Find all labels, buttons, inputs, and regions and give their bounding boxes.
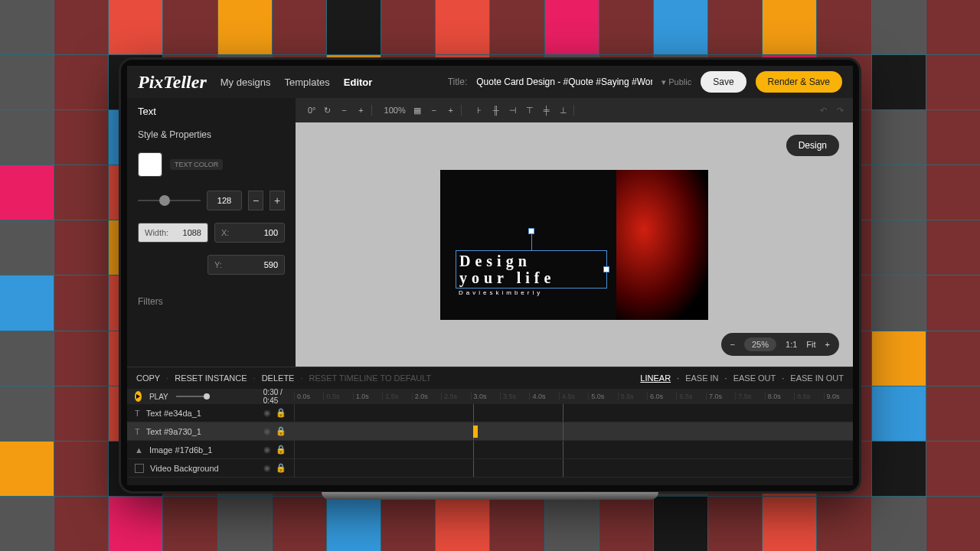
timeline-tick: 1.0s: [353, 393, 382, 400]
width-value: 1088: [183, 228, 201, 237]
align-right-icon[interactable]: ⊣: [508, 105, 518, 116]
ease-out[interactable]: EASE OUT: [733, 373, 776, 383]
zoom-in-icon[interactable]: +: [825, 340, 830, 349]
track-lane[interactable]: [294, 404, 853, 422]
zoom-fit-11[interactable]: 1:1: [786, 340, 797, 349]
align-center-icon[interactable]: ╫: [491, 105, 501, 116]
design-text-line1[interactable]: Design: [459, 253, 603, 269]
render-save-button[interactable]: Render & Save: [756, 71, 842, 93]
lock-icon[interactable]: 🔒: [276, 445, 286, 455]
size-slider-handle[interactable]: [159, 195, 170, 206]
laptop-base: [322, 492, 658, 500]
canvas-viewport[interactable]: Design Design your life Davieskimberly −…: [296, 122, 853, 367]
text-selection[interactable]: Design your life: [456, 250, 607, 289]
opacity-plus[interactable]: +: [446, 105, 456, 116]
transparency-icon[interactable]: ▦: [412, 105, 423, 116]
rotate-value[interactable]: 0°: [308, 106, 316, 115]
delete-button[interactable]: DELETE: [262, 373, 295, 383]
timeline-track[interactable]: TText #e34da_1◉🔒: [127, 404, 853, 422]
reset-timeline-default: RESET TIMELINE TO DEFAULT: [309, 373, 432, 383]
lock-icon[interactable]: 🔒: [276, 463, 286, 473]
zoom-value[interactable]: 25%: [744, 337, 776, 351]
timeline-ruler[interactable]: 0.0s0.5s1.0s1.5s2.0s2.5s3.0s3.5s4.0s4.5s…: [294, 393, 853, 400]
canvas-toolbar: 0° ↻ − + 100% ▦ − + ⊦ ╫ ⊣ ⊤ ╪ ⊥ ↶ ↷: [296, 98, 853, 122]
nav-editor[interactable]: Editor: [344, 77, 373, 88]
track-lane[interactable]: [294, 422, 853, 440]
timeline-track[interactable]: ▲Image #17d6b_1◉🔒: [127, 441, 853, 459]
ease-linear[interactable]: LINEAR: [640, 373, 671, 383]
size-input[interactable]: [207, 191, 242, 210]
resize-handle-right[interactable]: [603, 266, 609, 272]
play-slider[interactable]: [176, 396, 207, 397]
main-nav: My designs Templates Editor: [220, 77, 373, 88]
artboard[interactable]: Design your life Davieskimberly: [440, 170, 708, 320]
align-top-icon[interactable]: ⊤: [524, 105, 535, 116]
track-lane[interactable]: [294, 459, 853, 477]
align-bottom-icon[interactable]: ⊥: [558, 105, 569, 116]
artboard-image: [616, 170, 708, 320]
track-label: Video Background: [150, 464, 219, 473]
rotate-plus[interactable]: +: [356, 105, 367, 116]
timeline-tick: 4.0s: [529, 393, 558, 400]
redo-icon[interactable]: ↷: [835, 105, 845, 116]
size-plus-button[interactable]: +: [270, 191, 285, 210]
filters-section[interactable]: Filters: [138, 296, 285, 307]
text-color-swatch[interactable]: [138, 152, 162, 177]
align-middle-icon[interactable]: ╪: [541, 105, 552, 116]
zoom-out-icon[interactable]: −: [730, 340, 735, 349]
ease-in-out[interactable]: EASE IN OUT: [790, 373, 844, 383]
timeline-track[interactable]: TText #9a730_1◉🔒: [127, 422, 853, 441]
play-slider-handle[interactable]: [204, 393, 210, 399]
align-left-icon[interactable]: ⊦: [474, 105, 485, 116]
opacity-minus[interactable]: −: [429, 105, 439, 116]
nav-templates[interactable]: Templates: [285, 77, 330, 88]
rotate-handle[interactable]: [528, 228, 534, 234]
size-minus-button[interactable]: −: [248, 191, 263, 210]
timeline-tick: 1.5s: [382, 393, 411, 400]
lock-icon[interactable]: 🔒: [276, 426, 286, 436]
timeline-actions: COPY· RESET INSTANCE· DELETE· RESET TIME…: [127, 367, 853, 389]
copy-button[interactable]: COPY: [136, 373, 160, 383]
x-input[interactable]: X: 100: [214, 223, 285, 243]
rotate-icon[interactable]: ↻: [322, 105, 333, 116]
design-mode-button[interactable]: Design: [786, 135, 839, 156]
reset-instance-button[interactable]: RESET INSTANCE: [175, 373, 247, 383]
timeline-tick: 3.5s: [500, 393, 529, 400]
text-color-label: TEXT COLOR: [170, 159, 223, 170]
lock-icon[interactable]: 🔒: [276, 408, 286, 418]
timeline-tracks: TText #e34da_1◉🔒TText #9a730_1◉🔒▲Image #…: [127, 404, 853, 485]
zoom-fit[interactable]: Fit: [806, 340, 815, 349]
visibility-icon[interactable]: ◉: [263, 463, 271, 473]
checkbox-icon[interactable]: [135, 464, 144, 473]
main-area: Text Style & Properties TEXT COLOR − + W…: [127, 98, 853, 367]
opacity-value[interactable]: 100%: [384, 106, 406, 115]
timeline-tick: 7.0s: [706, 393, 735, 400]
timeline-tick: 3.0s: [471, 393, 500, 400]
timeline-tick: 8.5s: [794, 393, 823, 400]
x-label: X:: [221, 228, 229, 237]
sidebar-text-section[interactable]: Text: [138, 106, 285, 117]
title-value[interactable]: Quote Card Design - #Quote #Saying #Word…: [476, 77, 652, 87]
timeline-track[interactable]: Video Background◉🔒: [127, 459, 853, 478]
keyframe[interactable]: [473, 425, 478, 438]
track-lane[interactable]: [294, 441, 853, 458]
size-slider[interactable]: [138, 200, 201, 201]
visibility-toggle[interactable]: ▾ Public: [662, 77, 691, 87]
play-button[interactable]: [135, 391, 142, 402]
nav-my-designs[interactable]: My designs: [220, 77, 271, 88]
sidebar-style-section[interactable]: Style & Properties: [138, 129, 285, 140]
visibility-icon[interactable]: ◉: [263, 426, 271, 436]
topbar: PixTeller My designs Templates Editor Ti…: [127, 66, 853, 98]
save-button[interactable]: Save: [701, 71, 746, 93]
visibility-icon[interactable]: ◉: [263, 445, 271, 455]
track-label: Text #9a730_1: [146, 427, 201, 436]
ease-in[interactable]: EASE IN: [685, 373, 718, 383]
rotate-minus[interactable]: −: [339, 105, 350, 116]
undo-icon[interactable]: ↶: [818, 105, 828, 116]
y-input[interactable]: Y: 590: [207, 255, 285, 275]
easing-controls: LINEAR· EASE IN· EASE OUT· EASE IN OUT: [640, 373, 844, 383]
width-input[interactable]: Width: 1088: [138, 223, 208, 243]
author-text[interactable]: Davieskimberly: [459, 289, 543, 296]
design-text-line2[interactable]: your life: [459, 269, 603, 286]
visibility-icon[interactable]: ◉: [263, 408, 271, 418]
